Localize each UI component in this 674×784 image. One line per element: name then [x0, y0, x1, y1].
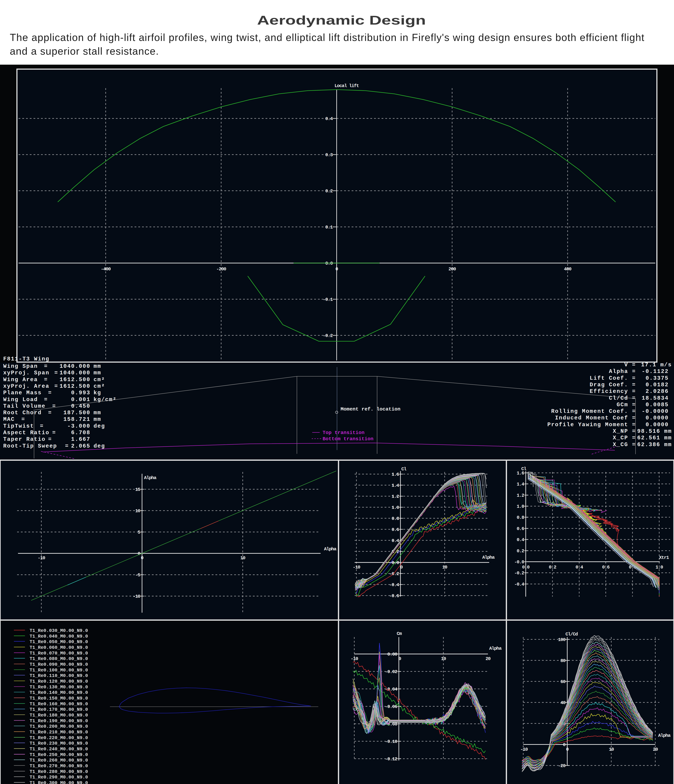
svg-text:=: = [21, 416, 25, 422]
svg-text:0.4: 0.4 [325, 116, 333, 121]
svg-text:0: 0 [563, 742, 565, 748]
svg-text:0: 0 [398, 656, 401, 661]
svg-text:6.708: 6.708 [71, 429, 90, 436]
svg-text:mm: mm [94, 410, 101, 416]
svg-text:62.386 mm: 62.386 mm [637, 442, 672, 448]
svg-text:-5: -5 [135, 572, 140, 578]
svg-text:-0.4: -0.4 [514, 582, 524, 587]
svg-text:=: = [48, 410, 51, 416]
svg-text:0: 0 [141, 555, 144, 561]
svg-text:-10: -10 [38, 555, 45, 561]
svg-text:Cl/Cd =: Cl/Cd = [609, 395, 636, 401]
svg-text:T1_Re0.100_M0.00_N9.0: T1_Re0.100_M0.00_N9.0 [30, 667, 88, 673]
svg-text:MAC: MAC [3, 416, 15, 422]
svg-text:=: = [44, 376, 47, 383]
svg-text:Top transition: Top transition [323, 430, 364, 436]
svg-text:0.0: 0.0 [325, 261, 333, 266]
svg-text:Rolling Moment Coef. =: Rolling Moment Coef. = [551, 408, 636, 414]
svg-text:Xtr1: Xtr1 [659, 555, 669, 560]
svg-text:0.3375: 0.3375 [646, 375, 669, 381]
svg-text:-0.0000: -0.0000 [642, 408, 669, 414]
svg-text:=: = [52, 429, 55, 436]
svg-text:-0.0: -0.0 [514, 559, 524, 565]
svg-text:1612.500: 1612.500 [59, 376, 90, 383]
svg-text:T1_Re0.080_M0.00_N9.0: T1_Re0.080_M0.00_N9.0 [30, 656, 88, 661]
svg-text:-0.10: -0.10 [385, 739, 397, 744]
svg-text:=: = [65, 443, 68, 449]
svg-text:T1_Re0.270_M0.00_N9.0: T1_Re0.270_M0.00_N9.0 [30, 763, 88, 769]
svg-text:T1_Re0.160_M0.00_N9.0: T1_Re0.160_M0.00_N9.0 [30, 702, 88, 707]
svg-text:-3.000: -3.000 [67, 423, 90, 429]
svg-text:xyProj. Area: xyProj. Area [3, 383, 49, 389]
svg-text:100: 100 [558, 637, 565, 642]
svg-text:-200: -200 [216, 266, 226, 272]
svg-text:0: 0 [137, 551, 140, 556]
svg-text:-0.2: -0.2 [323, 333, 333, 338]
svg-text:T1_Re0.180_M0.00_N9.0: T1_Re0.180_M0.00_N9.0 [30, 712, 88, 718]
svg-text:TipTwist: TipTwist [3, 423, 34, 429]
svg-text:T1_Re0.120_M0.00_N9.0: T1_Re0.120_M0.00_N9.0 [30, 679, 88, 684]
svg-text:Aerodynamic Design: Aerodynamic Design [257, 13, 426, 27]
svg-text:1.0: 1.0 [392, 505, 399, 510]
svg-text:mm: mm [94, 363, 101, 369]
svg-text:=: = [44, 363, 47, 369]
svg-text:-0.02: -0.02 [385, 669, 397, 675]
svg-text:1612.500: 1612.500 [59, 383, 90, 389]
svg-text:0.0000: 0.0000 [646, 422, 669, 428]
svg-text:Alpha: Alpha [489, 646, 501, 651]
svg-text:kg: kg [94, 390, 101, 396]
svg-text:T1_Re0.300_M0.00_N9.0: T1_Re0.300_M0.00_N9.0 [30, 780, 88, 784]
svg-text:-0.2: -0.2 [514, 571, 524, 576]
svg-text:60: 60 [560, 679, 566, 684]
svg-text:1.2: 1.2 [392, 494, 399, 499]
svg-text:0.0182: 0.0182 [646, 382, 669, 388]
svg-text:T1_Re0.200_M0.00_N9.0: T1_Re0.200_M0.00_N9.0 [30, 724, 88, 729]
svg-text:Wing Span: Wing Span [3, 363, 38, 369]
svg-text:Lift Coef. =: Lift Coef. = [590, 375, 636, 381]
svg-text:-0.06: -0.06 [385, 704, 397, 709]
svg-text:cm²: cm² [94, 383, 105, 389]
svg-text:=: = [55, 383, 58, 389]
svg-text:0.001: 0.001 [71, 397, 90, 403]
svg-text:Bottom transition: Bottom transition [323, 436, 373, 442]
svg-text:cm²: cm² [94, 376, 105, 383]
svg-text:0.450: 0.450 [71, 403, 90, 409]
svg-text:62.561 mm: 62.561 mm [637, 435, 672, 441]
svg-text:0.8: 0.8 [392, 516, 399, 521]
svg-text:Root-Tip Sweep: Root-Tip Sweep [3, 443, 57, 449]
svg-text:-0.12: -0.12 [385, 756, 397, 762]
svg-text:Alpha =: Alpha = [609, 368, 636, 375]
svg-text:18.5834: 18.5834 [642, 395, 669, 401]
svg-text:80: 80 [560, 658, 566, 663]
svg-text:T1_Re0.240_M0.00_N9.0: T1_Re0.240_M0.00_N9.0 [30, 747, 88, 752]
svg-text:Alpha: Alpha [144, 475, 156, 481]
svg-text:20: 20 [653, 747, 658, 752]
svg-text:0.0000: 0.0000 [646, 415, 669, 421]
svg-text:T1_Re0.050_M0.00_N9.0: T1_Re0.050_M0.00_N9.0 [30, 639, 88, 644]
svg-text:0: 0 [566, 747, 569, 752]
svg-text:2.065: 2.065 [71, 443, 90, 449]
svg-text:Alpha: Alpha [482, 555, 495, 560]
svg-text:1.0: 1.0 [656, 565, 663, 570]
svg-text:T1_Re0.210_M0.00_N9.0: T1_Re0.210_M0.00_N9.0 [30, 730, 88, 735]
svg-text:10: 10 [240, 555, 245, 561]
svg-text:0.4: 0.4 [516, 537, 524, 543]
svg-text:Wing Load: Wing Load [3, 397, 38, 403]
svg-text:15: 15 [135, 487, 140, 492]
svg-text:2.0286: 2.0286 [646, 388, 669, 395]
svg-text:mm: mm [94, 370, 101, 376]
svg-text:T1_Re0.110_M0.00_N9.0: T1_Re0.110_M0.00_N9.0 [30, 673, 88, 678]
svg-text:T1_Re0.150_M0.00_N9.0: T1_Re0.150_M0.00_N9.0 [30, 696, 88, 701]
svg-text:20: 20 [485, 656, 491, 661]
svg-text:-10: -10 [133, 594, 140, 599]
svg-text:The application of high-lift a: The application of high-lift airfoil pro… [10, 32, 644, 43]
svg-text:0.4: 0.4 [576, 565, 583, 570]
svg-text:0.8: 0.8 [516, 515, 524, 520]
svg-text:T1_Re0.280_M0.00_N9.0: T1_Re0.280_M0.00_N9.0 [30, 769, 88, 775]
svg-text:Profile Yawing Moment =: Profile Yawing Moment = [547, 422, 636, 428]
svg-text:0.3: 0.3 [325, 152, 333, 158]
svg-text:T1_Re0.040_M0.00_N9.0: T1_Re0.040_M0.00_N9.0 [30, 634, 88, 639]
svg-text:Cm: Cm [397, 631, 402, 636]
svg-text:1.6: 1.6 [392, 472, 399, 477]
svg-text:=: = [44, 397, 47, 403]
